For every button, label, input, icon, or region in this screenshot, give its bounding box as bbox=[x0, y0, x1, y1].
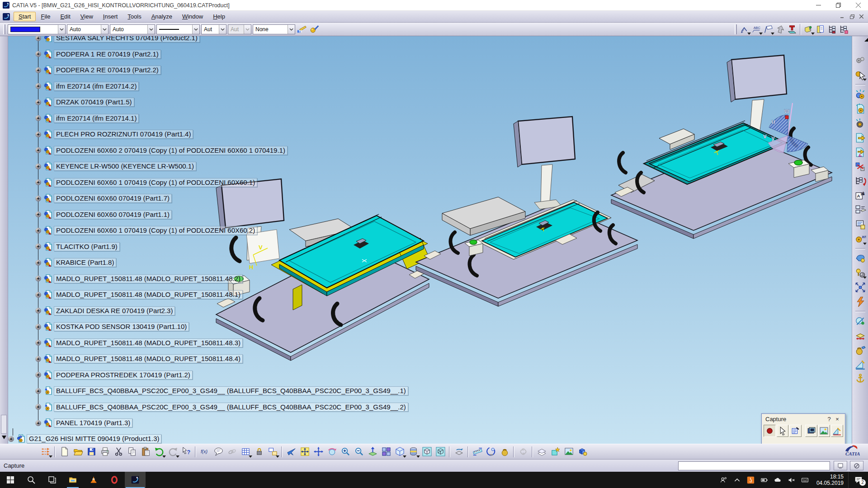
task-view-button[interactable] bbox=[42, 472, 62, 488]
expand-toggle[interactable]: + bbox=[8, 436, 14, 442]
part-icon[interactable] bbox=[43, 194, 52, 203]
tree-item[interactable]: + MADLO_RUPET_150811.48 (MADLO_RUPET_150… bbox=[35, 354, 243, 364]
catalog-icon[interactable] bbox=[548, 446, 562, 458]
menu-help[interactable]: Help bbox=[208, 12, 230, 21]
people-icon[interactable] bbox=[717, 476, 731, 484]
chevron-down-icon[interactable] bbox=[101, 25, 108, 34]
taskbar-clock[interactable]: 18:15 04.05.2019 bbox=[812, 474, 848, 486]
text-abc-icon[interactable]: ABC bbox=[751, 23, 763, 35]
expand-toggle[interactable]: + bbox=[35, 276, 41, 282]
stop-manipulation-icon[interactable] bbox=[854, 296, 866, 308]
part-icon[interactable] bbox=[43, 306, 52, 315]
onedrive-icon[interactable] bbox=[771, 476, 785, 484]
expand-toggle[interactable]: + bbox=[35, 211, 41, 217]
part-icon[interactable] bbox=[43, 338, 52, 347]
volume-muted-icon[interactable] bbox=[785, 476, 798, 484]
tree-item-label[interactable]: MADLO_RUPET_150811.48 (MADLO_RUPET_15081… bbox=[54, 338, 243, 347]
tree-item-label[interactable]: MADLO_RUPET_150811.48 (MADLO_RUPET_15081… bbox=[54, 290, 243, 299]
tree-item-label[interactable]: ifm E20714 (ifm E20714.1) bbox=[54, 114, 139, 123]
generate-numbering-icon[interactable]: A15 bbox=[854, 190, 866, 202]
part-icon[interactable] bbox=[43, 50, 52, 59]
mdi-minimize-button[interactable] bbox=[838, 13, 847, 20]
part-icon[interactable] bbox=[43, 36, 52, 42]
copy-icon[interactable] bbox=[125, 446, 139, 458]
menu-start[interactable]: Start bbox=[14, 12, 36, 21]
part-icon[interactable] bbox=[43, 178, 52, 187]
wireframe-icon[interactable] bbox=[434, 446, 447, 458]
tree-item[interactable]: + SESTAVA SALY RECHTS 070419 (Product2.1… bbox=[35, 36, 200, 43]
tree-item[interactable]: + PODPERA PROSTREDEK 170419 (Part1.2) bbox=[35, 370, 193, 380]
expand-toggle[interactable]: + bbox=[35, 51, 41, 57]
update-all-icon[interactable] bbox=[39, 446, 52, 458]
menu-tools[interactable]: Tools bbox=[123, 12, 146, 21]
lock-icon[interactable] bbox=[252, 446, 266, 458]
part-icon[interactable] bbox=[43, 66, 52, 75]
product-icon[interactable] bbox=[16, 434, 25, 443]
sheet-icon[interactable] bbox=[815, 23, 826, 35]
pointer-button[interactable] bbox=[777, 425, 789, 437]
tree-item[interactable]: + DRZAK 070419 (Part1.5) bbox=[35, 97, 134, 107]
tree-item-label[interactable]: PLECH PRO ROZRIZNUTI 070419 (Part1.4) bbox=[54, 130, 193, 139]
zoom-out-icon[interactable] bbox=[352, 446, 366, 458]
tree-item[interactable]: + BALLUFF_BCS_Q40BBAA_PSC20C_EP00_3_GS49… bbox=[35, 386, 408, 396]
render-icon[interactable] bbox=[562, 446, 576, 458]
expand-toggle[interactable]: + bbox=[35, 340, 41, 346]
part-icon[interactable] bbox=[43, 114, 52, 123]
part-icon[interactable] bbox=[43, 226, 52, 235]
tree-item[interactable]: + MADLO_RUPET_150811.48 (MADLO_RUPET_150… bbox=[35, 338, 243, 348]
capture-close-button[interactable]: × bbox=[833, 416, 841, 422]
menu-window[interactable]: Window bbox=[177, 12, 208, 21]
isometric-view-icon[interactable] bbox=[393, 446, 406, 458]
anchor-icon[interactable] bbox=[854, 373, 866, 385]
maximize-button[interactable] bbox=[828, 0, 848, 10]
tree-item-label[interactable]: TLACITKO (Part1.9) bbox=[54, 242, 120, 251]
chevron-down-icon[interactable] bbox=[147, 25, 155, 34]
part-icon[interactable] bbox=[43, 210, 52, 219]
expand-toggle[interactable]: + bbox=[35, 308, 41, 314]
new-document-icon[interactable] bbox=[57, 446, 71, 458]
expand-toggle[interactable]: + bbox=[35, 67, 41, 73]
fit-all-in-icon[interactable] bbox=[298, 446, 311, 458]
expand-toggle[interactable]: + bbox=[35, 228, 41, 234]
fill-color-combo[interactable] bbox=[8, 24, 66, 34]
datum-target-icon[interactable] bbox=[786, 23, 798, 35]
paste-icon[interactable] bbox=[139, 446, 152, 458]
tree-item[interactable]: + ZAKLADI DESKA RE 070419 (Part2.3) bbox=[35, 306, 175, 316]
tree-item-label[interactable]: KOSTKA POD SENSOR 130419 (Part1.10) bbox=[54, 322, 189, 331]
tree-item-label[interactable]: PODLOZENI 60X60 070419 (Part1.7) bbox=[54, 194, 172, 203]
turntable-icon[interactable] bbox=[452, 446, 466, 458]
flag-note-icon[interactable] bbox=[763, 23, 774, 35]
file-explorer-button[interactable] bbox=[62, 472, 83, 488]
toolbar-grip[interactable] bbox=[735, 24, 737, 34]
dialog-toggle-button[interactable] bbox=[834, 461, 847, 470]
graph-tree-reorder-icon[interactable] bbox=[854, 175, 866, 187]
record-button[interactable] bbox=[764, 425, 776, 437]
part-icon[interactable] bbox=[43, 274, 52, 283]
apply-material-icon[interactable] bbox=[576, 446, 589, 458]
tree-item-label[interactable]: ZAKLADI DESKA RE 070419 (Part2.3) bbox=[54, 306, 175, 315]
chevron-down-icon[interactable] bbox=[219, 25, 226, 34]
new-component-icon[interactable] bbox=[854, 89, 866, 100]
tree-item-label[interactable]: ifm E20714 (ifm E20714.2) bbox=[54, 82, 139, 91]
sketch-button[interactable] bbox=[831, 425, 843, 437]
arrow-3d-icon[interactable] bbox=[774, 23, 786, 35]
sketch-tracer-icon[interactable] bbox=[854, 359, 866, 371]
paste-special-icon[interactable] bbox=[854, 253, 866, 264]
multi-instantiation-icon[interactable]: xn bbox=[854, 233, 866, 245]
zoom-in-icon[interactable] bbox=[339, 446, 352, 458]
menu-analyze[interactable]: Analyze bbox=[146, 12, 177, 21]
tree-item[interactable]: + PODPERA 1 RE 070419 (Part2.1) bbox=[35, 49, 161, 59]
line-color-combo[interactable]: Auto bbox=[110, 24, 155, 34]
tree-item[interactable]: + KOSTKA POD SENSOR 130419 (Part1.10) bbox=[35, 322, 189, 332]
tree-item[interactable]: + PODLOZENI 60X60 2 070419 (Copy (1) of … bbox=[35, 145, 288, 155]
quick-view-icon[interactable] bbox=[379, 446, 393, 458]
tree-item[interactable]: + BALLUFF_BCS_Q40BBAA_PSC20C_EP00_3_GS49… bbox=[35, 402, 408, 412]
tree-item[interactable]: + PODLOZENI 60X60 070419 (Part1.1) bbox=[35, 210, 172, 220]
pan-icon[interactable] bbox=[311, 446, 325, 458]
expand-toggle[interactable]: + bbox=[35, 83, 41, 89]
command-input[interactable] bbox=[678, 461, 830, 470]
tree-item[interactable]: + ifm E20714 (ifm E20714.1) bbox=[35, 113, 139, 123]
whats-this-icon[interactable]: ? bbox=[179, 446, 193, 458]
new-part-icon[interactable] bbox=[854, 117, 866, 129]
tree-item[interactable]: + PLECH PRO ROZRIZNUTI 070419 (Part1.4) bbox=[35, 129, 193, 139]
